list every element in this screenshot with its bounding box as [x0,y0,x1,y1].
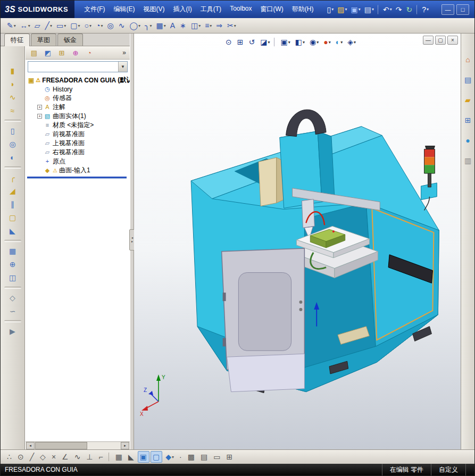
tree-item-right-plane[interactable]: ▱ 右视基准面 [26,148,130,157]
apply-scene-icon[interactable]: ◐▾ [334,36,345,48]
rib-icon[interactable]: ∥ [4,198,21,211]
smart-dimension-icon[interactable]: ↔▾ [18,19,32,32]
straight-slot-icon[interactable]: ▢▾ [68,19,82,32]
spline-icon[interactable]: ∿ [116,19,128,32]
strip-separator[interactable] [4,166,21,169]
circular-pattern-icon[interactable]: ⊕ [4,258,21,271]
doc-restore-icon[interactable]: ▢ [435,36,446,45]
orientation-triad[interactable]: Y Z X [139,372,174,416]
new-document-icon[interactable]: ▯▾ [326,3,336,16]
fillet-icon[interactable]: ╭ [4,171,21,184]
section-view-icon[interactable]: ◪▾ [258,36,272,48]
toolbar-separator[interactable] [378,5,379,14]
custom-properties-icon[interactable]: ▥ [462,155,474,166]
snap-line-icon[interactable]: ╱ [28,451,37,463]
mirror-icon[interactable]: ◫ [4,271,21,284]
snap-angle-icon[interactable]: ∠ [60,451,71,463]
lofted-boss-icon[interactable]: ≈ [4,104,21,117]
view-palette-icon[interactable]: ⊞ [462,114,474,126]
swept-boss-icon[interactable]: ∿ [4,91,21,104]
shaded-cube-icon[interactable]: ▢ [151,451,162,463]
previous-view-icon[interactable]: ↺ [246,36,257,48]
view-settings-icon[interactable]: ◈▾ [345,36,358,48]
revolved-cut-icon[interactable]: ◐ [4,151,21,164]
edit-appearance-icon[interactable]: ●▾ [321,36,332,48]
menu-help[interactable]: 帮助(H) [288,3,318,16]
tree-item-front-plane[interactable]: ▱ 前视基准面 [26,130,130,139]
screen-icon[interactable]: ▭ [211,451,223,463]
headsup-separator[interactable] [274,37,276,47]
snap-intersection-icon[interactable]: × [49,451,59,463]
view-cube-icon[interactable]: ▣ [138,451,149,463]
redo-icon[interactable]: ↷ [394,3,404,16]
bottom-separator[interactable] [109,452,111,462]
perimeter-circle-icon[interactable]: ◎ [105,19,116,32]
scroll-right-icon[interactable]: ▸ [121,442,129,449]
featuremanager-tree-icon[interactable]: ▤ [28,47,40,58]
linear-pattern-icon[interactable]: ▦ [4,245,21,257]
film-icon[interactable]: ▤ [198,451,210,463]
expander-icon[interactable]: + [37,114,42,119]
strip-separator[interactable] [4,240,21,242]
snap-center-icon[interactable]: ⊙ [15,451,27,463]
chevron-down-icon[interactable]: ▼ [118,62,127,72]
propertymanager-icon[interactable]: ◩ [42,47,54,58]
displaymanager-icon[interactable]: ◔ [84,47,95,58]
strip-separator[interactable] [4,287,21,289]
sketch-icon[interactable]: ✎▾ [5,19,18,32]
diamond-icon[interactable]: ◆▾ [163,451,176,463]
rebuild-icon[interactable]: ↻ [404,3,414,16]
grid-icon[interactable]: ▦ [113,451,125,463]
help-icon[interactable]: ?▾ [420,3,430,16]
corner-rectangle-icon[interactable]: ▭▾ [54,19,68,32]
triangle-icon[interactable]: ◣ [126,451,137,463]
rollback-bar[interactable] [27,177,127,178]
offset-entities-icon[interactable]: ≡▾ [203,19,214,32]
print-icon[interactable]: ▤▾ [363,3,376,16]
ellipse-icon[interactable]: ◯▾ [127,19,143,32]
tree-item-material[interactable]: ≡ 材质 <未指定> [26,121,130,130]
linear-sketch-pattern-icon[interactable]: ▦▾ [154,19,168,32]
revolved-boss-icon[interactable]: ◗ [4,78,21,90]
eraser-icon[interactable]: ▱ [32,19,43,32]
table-icon[interactable]: ⊞ [224,451,235,463]
menu-file[interactable]: 文件(F) [80,3,109,16]
hole-wizard-icon[interactable]: ◎ [4,138,21,151]
zoom-to-area-icon[interactable]: ⊞ [235,36,246,48]
file-explorer-icon[interactable]: ▰ [462,94,474,106]
snap-points-icon[interactable]: ∴ [5,451,14,463]
display-style-icon[interactable]: ◧▾ [293,36,307,48]
toolbar-separator[interactable] [416,5,418,14]
menu-edit[interactable]: 编辑(E) [109,3,139,16]
tree-item-surface-import[interactable]: ◆ ⚠ 曲面-输入1 [26,166,130,175]
model-view[interactable] [134,34,461,449]
trim-entities-icon[interactable]: ✂▾ [225,19,238,32]
tree-item-top-plane[interactable]: ▱ 上视基准面 [26,139,130,148]
status-customize-button[interactable]: 自定义 [431,464,465,475]
menu-view[interactable]: 视图(V) [139,3,169,16]
menu-tools[interactable]: 工具(T) [196,3,226,16]
appearances-icon[interactable]: ● [462,135,474,146]
snap-tangent-icon[interactable]: ∿ [72,451,84,463]
hide-show-items-icon[interactable]: ◉▾ [307,36,321,48]
circle-icon[interactable]: ○▾ [82,19,94,32]
doc-minimize-icon[interactable]: — [423,36,434,45]
line-icon[interactable]: ╱▾ [43,19,54,32]
dot-icon[interactable]: · [177,451,185,463]
window-minimize-icon[interactable]: — [441,4,454,15]
point-icon[interactable]: ∗ [178,19,189,32]
undo-icon[interactable]: ↶▾ [381,3,394,16]
extruded-cut-icon[interactable]: ▯ [4,124,21,137]
tree-item-annotations[interactable]: + A 注解 [26,103,130,112]
sketch-fillet-icon[interactable]: ╮▾ [143,19,154,32]
text-icon[interactable]: A [168,19,178,32]
mirror-entities-icon[interactable]: ◫▾ [189,19,203,32]
pattern-icon[interactable]: ▩ [186,451,197,463]
tree-item-surface-bodies[interactable]: + ▧ 曲面实体(1) [26,112,130,121]
instant3d-icon[interactable]: ▶ [4,325,21,338]
solidworks-resources-icon[interactable]: ⌂ [462,54,474,65]
snap-corner-icon[interactable]: ⌐ [97,451,106,463]
tree-filter-combo[interactable]: ▼ [28,61,128,72]
tree-item-sensors[interactable]: ◎ 传感器 [26,94,130,103]
draft-icon[interactable]: ◣ [4,224,21,237]
